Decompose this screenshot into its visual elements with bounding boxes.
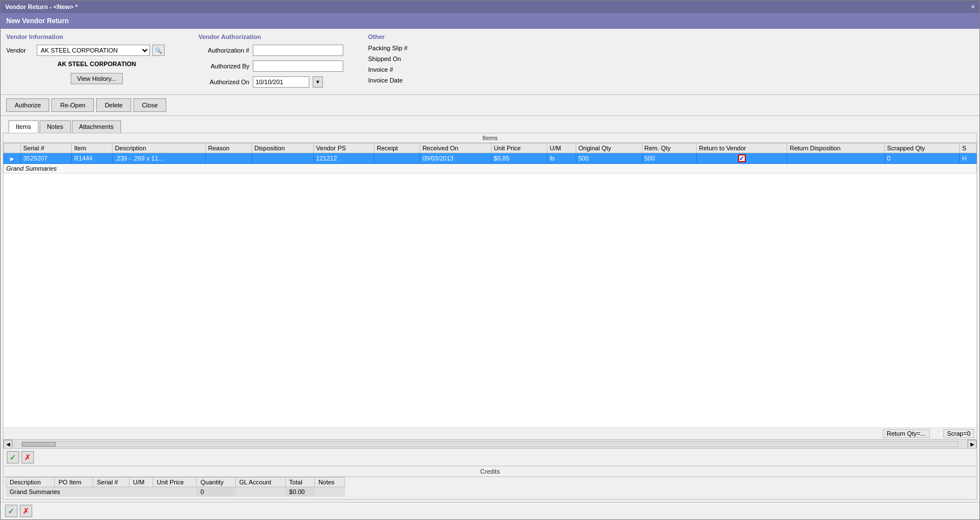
col-vendor-ps[interactable]: Vendor PS: [314, 144, 374, 153]
credits-grand-summary-row: Grand Summaries 0 $0.00: [6, 487, 345, 497]
credit-col-quantity[interactable]: Quantity: [197, 478, 236, 487]
delete-button[interactable]: Delete: [96, 98, 131, 112]
grand-summaries-label: Grand Summaries: [6, 165, 57, 172]
window-close-button[interactable]: ×: [971, 3, 975, 11]
form-area: Vendor Information Vendor AK STEEL CORPO…: [1, 29, 979, 95]
col-expand: [4, 144, 21, 153]
scroll-left-button[interactable]: ◀: [3, 440, 12, 449]
row-serial: 3529207: [21, 153, 72, 164]
row-rem-qty: 500: [642, 153, 697, 164]
invoice-num-row: Invoice #: [368, 66, 493, 73]
return-to-vendor-checkbox[interactable]: ✓: [699, 154, 784, 162]
row-expand-cell[interactable]: ▶: [4, 153, 21, 164]
horizontal-scrollbar[interactable]: ◀ ▶: [3, 439, 977, 448]
col-return-disposition[interactable]: Return Disposition: [787, 144, 884, 153]
auth-on-label: Authorized On: [198, 79, 249, 85]
items-section-header: Items: [3, 133, 977, 143]
vendor-label: Vendor: [6, 47, 34, 54]
col-serial[interactable]: Serial #: [21, 144, 72, 153]
col-disposition[interactable]: Disposition: [252, 144, 313, 153]
items-save-button[interactable]: ✓: [7, 451, 19, 463]
footer-save-button[interactable]: ✓: [5, 505, 18, 517]
auth-num-row: Authorization #: [198, 45, 357, 56]
packing-slip-row: Packing Slip #: [368, 45, 493, 51]
col-item[interactable]: Item: [72, 144, 113, 153]
vendor-row: Vendor AK STEEL CORPORATION 🔍: [6, 45, 187, 56]
credits-quantity-total: 0: [197, 487, 236, 497]
credit-col-po-item[interactable]: PO Item: [55, 478, 93, 487]
vendor-select[interactable]: AK STEEL CORPORATION: [37, 45, 150, 56]
footer-save-icon: ✓: [8, 506, 15, 515]
scrap-label: Scrap=0: [943, 429, 974, 438]
credit-col-unit-price[interactable]: Unit Price: [153, 478, 197, 487]
tab-items[interactable]: Items: [8, 120, 38, 133]
credits-notes-blank: [314, 487, 344, 497]
items-cancel-button[interactable]: ✗: [21, 451, 34, 463]
credit-col-gl-account[interactable]: GL Account: [236, 478, 286, 487]
items-table-container[interactable]: Serial # Item Description Reason Disposi…: [3, 143, 977, 427]
row-scrapped-qty: 0: [884, 153, 960, 164]
save-icon: ✓: [10, 453, 16, 462]
auth-by-input[interactable]: [253, 60, 343, 72]
auth-by-row: Authorized By: [198, 60, 357, 72]
col-reason[interactable]: Reason: [206, 144, 252, 153]
main-layout: Items Notes Attachments Items Serial # I…: [1, 116, 979, 502]
credit-col-description[interactable]: Description: [6, 478, 55, 487]
footer-cancel-icon: ✗: [23, 506, 29, 515]
credit-col-total[interactable]: Total: [286, 478, 315, 487]
items-table: Serial # Item Description Reason Disposi…: [3, 143, 977, 174]
credits-summary-text: Grand Summaries: [10, 488, 60, 495]
row-item: R1444: [72, 153, 113, 164]
credits-total-value: $0.00: [286, 487, 315, 497]
date-picker-button[interactable]: ▼: [313, 76, 323, 88]
col-received-on[interactable]: Received On: [420, 144, 491, 153]
row-vendor-ps: 121212: [314, 153, 374, 164]
col-original-qty[interactable]: Original Qty: [576, 144, 642, 153]
vendor-name-display: AK STEEL CORPORATION: [6, 60, 187, 67]
expand-icon[interactable]: ▶: [10, 156, 14, 162]
title-bar: Vendor Return - <New> * ×: [1, 1, 979, 13]
col-scrapped-qty[interactable]: Scrapped Qty: [884, 144, 960, 153]
table-row[interactable]: ▶ 3529207 R1444 .239 - .269 x 11... 1212…: [4, 153, 977, 164]
vendor-lookup-button[interactable]: 🔍: [152, 45, 165, 56]
auth-on-input[interactable]: [253, 76, 309, 88]
col-description[interactable]: Description: [113, 144, 206, 153]
col-rem-qty[interactable]: Rem. Qty: [642, 144, 697, 153]
grand-summary-row: Grand Summaries: [4, 164, 977, 174]
tab-attachments[interactable]: Attachments: [72, 120, 121, 133]
row-s: H: [960, 153, 977, 164]
tab-notes[interactable]: Notes: [40, 120, 71, 133]
row-return-to-vendor[interactable]: ✓: [697, 153, 787, 164]
credits-table-wrap: Description PO Item Serial # U/M Unit Pr…: [3, 477, 977, 497]
items-section: Items Serial # Item Description Reason D…: [3, 133, 977, 439]
row-description: .239 - .269 x 11...: [113, 153, 206, 164]
credit-col-um[interactable]: U/M: [129, 478, 153, 487]
reopen-button[interactable]: Re-Open: [51, 98, 94, 112]
form-header-title: New Vendor Return: [6, 17, 69, 25]
vendor-auth-label: Vendor Authorization: [198, 33, 357, 40]
col-unit-price[interactable]: Unit Price: [491, 144, 547, 153]
col-um[interactable]: U/M: [547, 144, 576, 153]
credit-col-notes[interactable]: Notes: [314, 478, 344, 487]
col-return-to-vendor[interactable]: Return to Vendor: [697, 144, 787, 153]
col-s[interactable]: S: [960, 144, 977, 153]
invoice-date-row: Invoice Date: [368, 77, 493, 84]
vendor-info-label: Vendor Information: [6, 33, 187, 40]
vendor-return-window: Vendor Return - <New> * × New Vendor Ret…: [0, 0, 980, 520]
auth-num-input[interactable]: [253, 45, 343, 56]
window-title: Vendor Return - <New> *: [5, 3, 77, 10]
credit-col-serial[interactable]: Serial #: [93, 478, 129, 487]
scrollbar-thumb[interactable]: [22, 442, 56, 447]
footer-cancel-button[interactable]: ✗: [20, 505, 32, 517]
close-button[interactable]: Close: [133, 98, 166, 112]
authorize-button[interactable]: Authorize: [6, 98, 49, 112]
credits-header: Credits: [3, 466, 977, 477]
scroll-right-button[interactable]: ▶: [968, 440, 977, 449]
scrollbar-track[interactable]: [21, 441, 959, 447]
col-receipt[interactable]: Receipt: [374, 144, 420, 153]
row-um: lb: [547, 153, 576, 164]
invoice-date-label: Invoice Date: [368, 77, 413, 84]
view-history-button[interactable]: View History...: [71, 73, 122, 84]
shipped-on-row: Shipped On: [368, 55, 493, 62]
row-return-disposition: [787, 153, 884, 164]
